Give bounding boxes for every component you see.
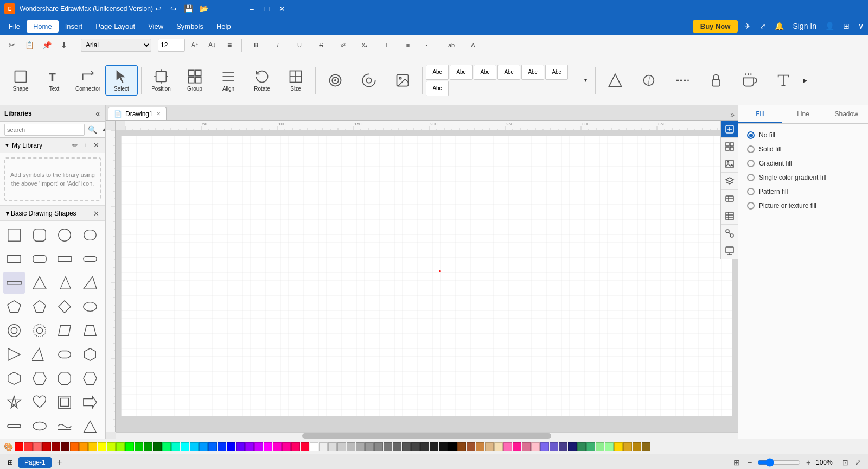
- shape-rectangle[interactable]: [3, 224, 25, 246]
- font-size-up-btn[interactable]: A↑: [187, 37, 202, 53]
- open-btn[interactable]: 📂: [199, 3, 209, 14]
- color-swatch-2[interactable]: [33, 442, 42, 451]
- color-swatch-3[interactable]: [42, 442, 51, 451]
- shape-circle[interactable]: [54, 224, 75, 246]
- page-layout-btn[interactable]: ⊞: [4, 457, 16, 468]
- shape-double-ring[interactable]: [29, 320, 50, 341]
- close-btn[interactable]: ✕: [277, 3, 288, 14]
- shape-hex2[interactable]: [3, 367, 25, 389]
- color-swatch-48[interactable]: [457, 442, 466, 451]
- bold-btn[interactable]: B: [246, 37, 266, 53]
- pattern-fill-option[interactable]: Pattern fill: [743, 185, 864, 199]
- superscript-btn[interactable]: x²: [333, 37, 353, 53]
- h-scrollbar[interactable]: [116, 432, 738, 439]
- style-swatch-1[interactable]: Abc: [426, 65, 449, 80]
- no-fill-option[interactable]: No fill: [743, 128, 864, 142]
- style-swatch-7[interactable]: Abc: [426, 81, 449, 96]
- color-swatch-10[interactable]: [107, 442, 116, 451]
- shape-star4[interactable]: [3, 391, 25, 413]
- color-swatch-1[interactable]: [24, 442, 33, 451]
- shape-stadium[interactable]: [54, 344, 75, 365]
- shape-circle2[interactable]: [3, 296, 25, 318]
- bell-icon[interactable]: 🔔: [773, 21, 786, 31]
- image-btn[interactable]: [386, 65, 419, 96]
- font-color-btn[interactable]: ab: [442, 37, 461, 53]
- color-swatch-47[interactable]: [448, 442, 457, 451]
- shape-rounded-rect[interactable]: [29, 224, 50, 246]
- color-swatch-33[interactable]: [319, 442, 328, 451]
- zoom-in-btn[interactable]: +: [803, 457, 814, 468]
- color-swatch-39[interactable]: [374, 442, 383, 451]
- text-tool-btn[interactable]: T Text: [38, 65, 71, 96]
- color-swatch-32[interactable]: [310, 442, 318, 451]
- color-swatch-28[interactable]: [273, 442, 282, 451]
- buy-now-button[interactable]: Buy Now: [693, 20, 738, 33]
- color-swatch-0[interactable]: [15, 442, 23, 451]
- color-swatch-61[interactable]: [577, 442, 586, 451]
- shape-tri2[interactable]: [3, 344, 25, 365]
- paste-special-btn[interactable]: ⬇: [56, 37, 72, 53]
- basic-shapes-header[interactable]: ▼ Basic Drawing Shapes ✕: [0, 206, 105, 221]
- line-color-btn[interactable]: [599, 65, 631, 96]
- color-swatch-56[interactable]: [531, 442, 540, 451]
- color-swatch-6[interactable]: [70, 442, 79, 451]
- effects-btn[interactable]: [319, 65, 352, 96]
- sign-in-btn[interactable]: Sign In: [790, 21, 819, 31]
- style-swatch-5[interactable]: Abc: [521, 65, 544, 80]
- undo-btn[interactable]: ↩: [153, 3, 164, 14]
- chevron-icon[interactable]: ∨: [856, 21, 866, 31]
- menu-view[interactable]: View: [142, 20, 170, 33]
- collapse-library-btn[interactable]: «: [94, 108, 101, 119]
- style-swatch-6[interactable]: Abc: [545, 65, 568, 80]
- page-1-tab[interactable]: Page-1: [18, 457, 52, 468]
- format-paint-btn[interactable]: [733, 65, 766, 96]
- color-swatch-45[interactable]: [430, 442, 438, 451]
- color-swatch-24[interactable]: [236, 442, 245, 451]
- picture-texture-option[interactable]: Picture or texture fill: [743, 199, 864, 213]
- color-swatch-44[interactable]: [420, 442, 429, 451]
- color-swatch-54[interactable]: [513, 442, 521, 451]
- shape-oval-rect[interactable]: [79, 224, 101, 246]
- shape-parallelogram[interactable]: [54, 320, 75, 341]
- font-size-input[interactable]: [158, 39, 185, 52]
- color-swatch-13[interactable]: [135, 442, 143, 451]
- shape-round3[interactable]: [79, 367, 101, 389]
- color-swatch-36[interactable]: [347, 442, 355, 451]
- menu-page-layout[interactable]: Page Layout: [89, 20, 142, 33]
- scroll-up-btn[interactable]: ▲: [100, 125, 106, 134]
- style-swatch-2[interactable]: Abc: [450, 65, 473, 80]
- presentation-btn[interactable]: [721, 242, 738, 259]
- edit-library-btn[interactable]: ✏: [71, 141, 80, 150]
- data-btn[interactable]: [721, 190, 738, 207]
- color-swatch-60[interactable]: [568, 442, 577, 451]
- share-icon[interactable]: ✈: [742, 21, 753, 31]
- more-format-btn[interactable]: ▸: [801, 65, 809, 96]
- search-icon[interactable]: 🔍: [87, 124, 98, 135]
- solid-fill-option[interactable]: Solid fill: [743, 142, 864, 156]
- color-swatch-9[interactable]: [98, 442, 106, 451]
- color-swatch-17[interactable]: [171, 442, 180, 451]
- fill-tab[interactable]: Fill: [738, 105, 782, 123]
- shape-tri3[interactable]: [29, 344, 50, 365]
- zoom-slider[interactable]: [757, 459, 801, 466]
- canvas[interactable]: [116, 130, 738, 432]
- shape-thin-wide[interactable]: [3, 272, 25, 294]
- add-library-btn[interactable]: +: [82, 141, 90, 150]
- shape-ring[interactable]: [3, 320, 25, 341]
- shape-wide-rect[interactable]: [54, 248, 75, 270]
- close-library-btn[interactable]: ✕: [92, 141, 101, 150]
- color-swatch-37[interactable]: [356, 442, 365, 451]
- color-swatch-64[interactable]: [605, 442, 614, 451]
- shape-obtuse-triangle[interactable]: [79, 272, 101, 294]
- position-tool-btn[interactable]: Position: [145, 65, 177, 96]
- grid-icon[interactable]: ⊞: [841, 21, 852, 31]
- color-swatch-34[interactable]: [328, 442, 337, 451]
- line-style-btn[interactable]: [666, 65, 699, 96]
- drawing1-tab[interactable]: 📄 Drawing1 ✕: [108, 107, 167, 120]
- text-format2-btn[interactable]: [767, 65, 800, 96]
- subscript-btn[interactable]: x₂: [355, 37, 374, 53]
- shape-rounded-thin[interactable]: [29, 248, 50, 270]
- my-library-header[interactable]: ▼ My Library ✏ + ✕: [0, 138, 105, 153]
- cut-btn[interactable]: ✂: [4, 37, 20, 53]
- color-swatch-8[interactable]: [88, 442, 97, 451]
